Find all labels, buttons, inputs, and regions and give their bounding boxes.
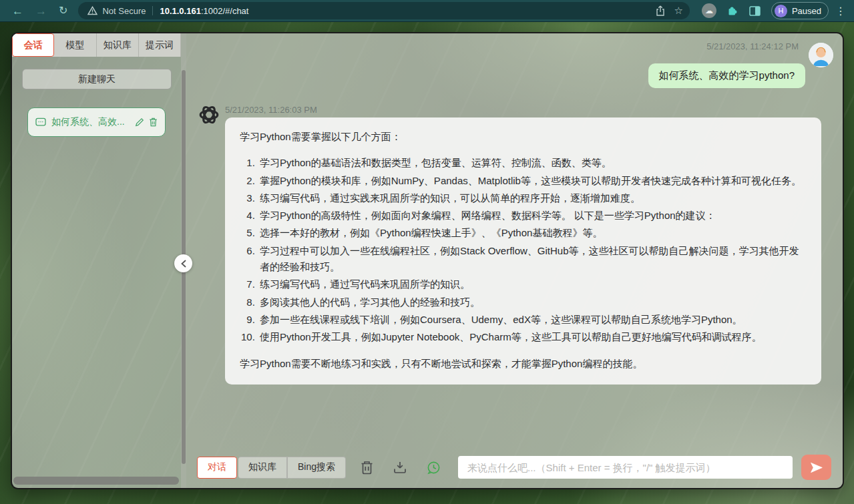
extensions-puzzle-icon[interactable] [727,5,738,17]
browser-profile-chip[interactable]: H Paused [771,2,829,19]
sidebar-horizontal-scrollbar[interactable] [13,477,179,485]
clear-trash-icon[interactable] [361,461,373,475]
assistant-openai-logo-icon [196,102,222,128]
assistant-list-item: 学习过程中可以加入一些在线编程社区，例如Stack Overflow、GitHu… [258,243,807,276]
sidebar: 会话 模型 知识库 提示词 新建聊天 如何系统、高效... [12,33,181,488]
chat-item-title: 如何系统、高效... [51,116,130,128]
new-chat-button[interactable]: 新建聊天 [22,69,172,89]
url-path: :1002/#/chat [201,6,249,16]
browser-toolbar: ← → ↻ Not Secure 10.1.0.161 :1002/#/chat… [0,0,854,22]
share-icon[interactable] [656,5,665,16]
chat-app-window: 会话 模型 知识库 提示词 新建聊天 如何系统、高效... 5/2 [12,33,843,488]
sidebar-tab-bar: 会话 模型 知识库 提示词 [12,33,181,57]
assistant-list-item: 选择一本好的教材，例如《Python编程快速上手》、《Python基础教程》等。 [258,225,807,241]
side-panel-icon[interactable] [749,6,761,16]
message-input[interactable] [458,456,793,479]
url-divider [152,6,153,15]
composer-toolbar: 对话 知识库 Bing搜索 [197,455,831,480]
forward-icon[interactable]: → [35,5,47,17]
assistant-list-item: 参加一些在线课程或线下培训，例如Coursera、Udemy、edX等，这些课程… [258,312,807,328]
mode-tab-dialog[interactable]: 对话 [197,457,237,479]
edit-pencil-icon[interactable] [135,117,144,127]
assistant-list-item: 使用Python开发工具，例如Jupyter Notebook、PyCharm等… [258,329,807,345]
export-download-icon[interactable] [393,461,407,474]
chat-list-item[interactable]: 如何系统、高效... [27,107,166,137]
assistant-message-timestamp: 5/21/2023, 11:26:03 PM [225,105,317,115]
assistant-list-item: 多阅读其他人的代码，学习其他人的经验和技巧。 [258,294,807,310]
mode-tab-bing-search[interactable]: Bing搜索 [287,457,346,479]
send-button[interactable] [801,455,831,480]
tab-prompts[interactable]: 提示词 [139,33,181,57]
security-label: Not Secure [102,6,146,16]
assistant-list-item: 学习Python的基础语法和数据类型，包括变量、运算符、控制流、函数、类等。 [258,155,807,171]
sidebar-collapse-button[interactable] [174,254,192,272]
profile-status-label: Paused [792,6,821,16]
assistant-list-item: 练习编写代码，通过写代码来巩固所学的知识。 [258,276,807,292]
assistant-list-item: 练习编写代码，通过实践来巩固所学的知识，可以从简单的程序开始，逐渐增加难度。 [258,190,807,206]
url-host: 10.1.0.161 [160,6,200,16]
delete-trash-icon[interactable] [149,117,158,127]
refresh-icon[interactable]: ↻ [59,5,67,16]
chat-main-area: 5/21/2023, 11:24:12 PM 如何系统、高效的学习python?… [186,33,843,488]
address-bar[interactable]: Not Secure 10.1.0.161 :1002/#/chat ☆ [78,2,690,19]
assistant-list-item: 学习Python的高级特性，例如面向对象编程、网络编程、数据科学等。 以下是一些… [258,208,807,224]
assistant-numbered-list: 学习Python的基础语法和数据类型，包括变量、运算符、控制流、函数、类等。掌握… [240,155,807,345]
assistant-intro-text: 学习Python需要掌握以下几个方面： [240,129,807,145]
sidebar-divider [181,33,186,488]
user-message-bubble: 如何系统、高效的学习python? [648,63,805,88]
assistant-message-bubble: 学习Python需要掌握以下几个方面： 学习Python的基础语法和数据类型，包… [225,117,821,385]
bookmark-star-icon[interactable]: ☆ [674,5,683,17]
chat-bubble-icon [35,117,46,127]
tab-models[interactable]: 模型 [54,33,96,57]
user-message-timestamp: 5/21/2023, 11:24:12 PM [706,41,799,51]
history-clock-icon[interactable] [427,461,441,475]
profile-avatar: H [775,5,787,17]
browser-menu-icon[interactable]: ⋮ [835,5,846,17]
tab-conversations[interactable]: 会话 [12,33,54,57]
mode-tab-knowledge-base[interactable]: 知识库 [238,457,287,479]
assistant-outro-text: 学习Python需要不断地练习和实践，只有不断地尝试和探索，才能掌握Python… [240,356,807,372]
not-secure-warning-icon [87,6,97,15]
tab-knowledge-base[interactable]: 知识库 [97,33,139,57]
assistant-list-item: 掌握Python的模块和库，例如NumPy、Pandas、Matplotlib等… [258,173,807,189]
cloud-extension-icon[interactable]: ☁ [702,3,716,18]
user-avatar [809,43,833,67]
back-icon[interactable]: ← [12,5,23,17]
